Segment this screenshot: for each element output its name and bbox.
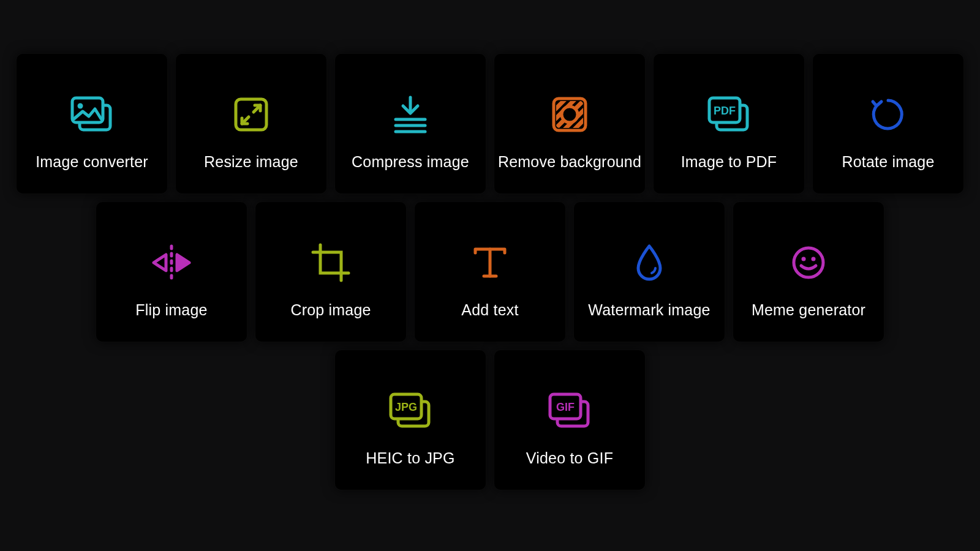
tool-label: Video to GIF bbox=[526, 449, 613, 467]
image-stack-icon bbox=[70, 81, 113, 148]
tool-label: Crop image bbox=[290, 301, 371, 319]
gif-stack-icon: GIF bbox=[548, 377, 591, 444]
tool-label: Watermark image bbox=[588, 301, 710, 319]
tool-label: Meme generator bbox=[752, 301, 865, 319]
tool-label: Resize image bbox=[204, 153, 298, 171]
tool-row: Flip image Crop image Add text bbox=[13, 202, 967, 342]
resize-icon bbox=[233, 81, 269, 148]
tool-compress-image[interactable]: Compress image bbox=[335, 54, 486, 193]
tool-label: Image to PDF bbox=[681, 153, 777, 171]
tool-add-text[interactable]: Add text bbox=[415, 202, 565, 342]
tool-resize-image[interactable]: Resize image bbox=[176, 54, 326, 193]
svg-point-28 bbox=[812, 257, 816, 261]
svg-text:GIF: GIF bbox=[556, 401, 575, 413]
svg-text:PDF: PDF bbox=[714, 105, 736, 117]
tool-image-to-pdf[interactable]: PDF Image to PDF bbox=[654, 54, 804, 193]
svg-rect-3 bbox=[236, 99, 266, 130]
tool-label: Remove background bbox=[498, 153, 641, 171]
tool-rotate-image[interactable]: Rotate image bbox=[813, 54, 963, 193]
tool-row: JPG HEIC to JPG GIF Video to GIF bbox=[13, 350, 967, 490]
tool-video-to-gif[interactable]: GIF Video to GIF bbox=[494, 350, 645, 490]
svg-point-19 bbox=[562, 107, 578, 122]
tool-watermark-image[interactable]: Watermark image bbox=[574, 202, 725, 342]
tool-label: Image converter bbox=[36, 153, 148, 171]
tool-heic-to-jpg[interactable]: JPG HEIC to JPG bbox=[335, 350, 486, 490]
svg-text:JPG: JPG bbox=[395, 401, 417, 413]
flip-icon bbox=[150, 229, 193, 296]
tool-label: Flip image bbox=[135, 301, 207, 319]
compress-icon bbox=[392, 81, 429, 148]
tool-image-converter[interactable]: Image converter bbox=[17, 54, 167, 193]
tool-meme-generator[interactable]: Meme generator bbox=[733, 202, 884, 342]
svg-rect-1 bbox=[72, 98, 103, 122]
svg-point-2 bbox=[78, 103, 83, 108]
tool-label: Compress image bbox=[352, 153, 469, 171]
tool-crop-image[interactable]: Crop image bbox=[255, 202, 406, 342]
tool-row: Image converter Resize image bbox=[13, 54, 967, 193]
tool-label: HEIC to JPG bbox=[366, 449, 454, 467]
watermark-icon bbox=[635, 229, 664, 296]
text-icon bbox=[472, 229, 508, 296]
smiley-icon bbox=[791, 229, 826, 296]
svg-point-26 bbox=[794, 248, 823, 277]
tool-label: Rotate image bbox=[842, 153, 934, 171]
jpg-stack-icon: JPG bbox=[389, 377, 432, 444]
svg-point-27 bbox=[802, 257, 806, 261]
tool-label: Add text bbox=[461, 301, 518, 319]
tool-remove-background[interactable]: Remove background bbox=[494, 54, 645, 193]
crop-icon bbox=[311, 229, 351, 296]
rotate-icon bbox=[869, 81, 907, 148]
tool-flip-image[interactable]: Flip image bbox=[96, 202, 247, 342]
remove-bg-icon bbox=[551, 81, 588, 148]
pdf-stack-icon: PDF bbox=[707, 81, 750, 148]
tool-grid: Image converter Resize image bbox=[0, 0, 980, 490]
